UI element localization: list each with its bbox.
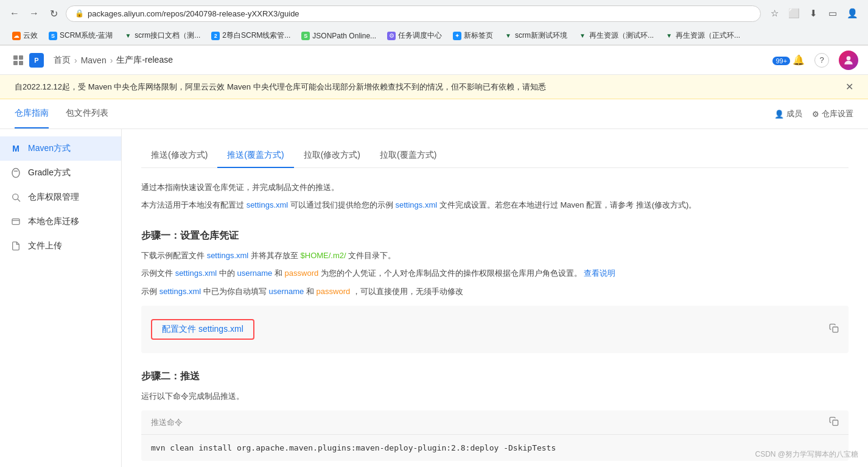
svg-rect-11 — [833, 327, 838, 332]
resource-test-icon: ▼ — [578, 32, 587, 40]
refresh-button[interactable]: ↻ — [46, 6, 61, 21]
method-text: 本方法适用于本地没有配置过 settings.xml 可以通过我们提供给您的示例… — [141, 198, 849, 212]
notification-count: 99+ — [772, 57, 790, 65]
config-file-section: 配置文件 settings.xml — [141, 306, 849, 353]
sidebar-item-permissions[interactable]: 仓库权限管理 — [0, 185, 121, 209]
grid-icon — [10, 52, 27, 69]
forward-button[interactable]: → — [27, 6, 41, 21]
sidebar-item-file-upload[interactable]: 文件上传 — [0, 234, 121, 258]
window-button[interactable]: ▭ — [824, 5, 841, 22]
content-area: 推送(修改方式) 推送(覆盖方式) 拉取(修改方式) 拉取(覆盖方式) 通过本指… — [122, 129, 868, 467]
2ern-icon: 2 — [211, 32, 220, 40]
svg-rect-3 — [19, 61, 23, 65]
toolbar-actions: ☆ ⬜ ⬇ ▭ 👤 — [766, 5, 861, 22]
file-upload-icon — [10, 240, 22, 252]
username-label-1: username — [237, 269, 273, 278]
back-button[interactable]: ← — [7, 6, 22, 21]
command-text: mvn clean install org.apache.maven.plugi… — [141, 435, 849, 461]
settings-xml-link-3[interactable]: settings.xml — [175, 269, 217, 278]
repo-name: 生产库-release — [116, 55, 173, 66]
step2-title: 步骤二：推送 — [141, 370, 849, 383]
view-description-link[interactable]: 查看说明 — [584, 269, 615, 278]
screenshot-button[interactable]: ⬜ — [785, 5, 802, 22]
tab-push-cover[interactable]: 推送(覆盖方式) — [217, 144, 293, 168]
help-button[interactable]: ? — [814, 53, 829, 68]
svg-point-5 — [12, 169, 19, 178]
profile-button[interactable]: 👤 — [844, 5, 861, 22]
step1-section: 步骤一：设置仓库凭证 下载示例配置文件 settings.xml 并将其存放至 … — [141, 230, 849, 353]
notification-text: 自2022.12.12起，受 Maven 中央仓库网络限制，阿里云云效 Mave… — [15, 82, 546, 93]
tab-pull-modify[interactable]: 拉取(修改方式) — [294, 144, 370, 168]
step1-desc3: 示例 settings.xml 中已为你自动填写 username 和 pass… — [141, 284, 849, 298]
bookmark-yunxiao[interactable]: ☁ 云效 — [7, 29, 43, 43]
scrm-blue-icon: S — [49, 32, 57, 40]
bookmark-jsonpath[interactable]: S JSONPath Online... — [296, 30, 381, 42]
sidebar-item-maven[interactable]: M Maven方式 — [0, 136, 121, 161]
svg-rect-0 — [13, 55, 18, 60]
jsonpath-icon: S — [301, 32, 310, 40]
bookmark-2ern[interactable]: 2 2尊白SCRM线索管... — [206, 29, 295, 43]
step1-desc2: 示例文件 settings.xml 中的 username 和 password… — [141, 266, 849, 280]
members-link[interactable]: 👤 成员 — [774, 108, 802, 119]
settings-xml-link-4[interactable]: settings.xml — [159, 287, 201, 296]
nav-packages[interactable]: 包文件列表 — [66, 99, 108, 128]
bookmark-scrm-test[interactable]: ▼ scrm新测试环境 — [499, 29, 572, 43]
bookmark-task[interactable]: ⚙ 任务调度中心 — [382, 29, 447, 43]
config-file-link[interactable]: 配置文件 settings.xml — [162, 324, 243, 334]
breadcrumb-sep-2: › — [110, 55, 113, 65]
content-tabs: 推送(修改方式) 推送(覆盖方式) 拉取(修改方式) 拉取(覆盖方式) — [141, 144, 849, 168]
intro-section: 通过本指南快速设置仓库凭证，并完成制品文件的推送。 本方法适用于本地没有配置过 … — [141, 180, 849, 212]
settings-xml-download-link[interactable]: settings.xml — [207, 251, 249, 260]
app-logo: P — [29, 53, 44, 68]
svg-rect-2 — [13, 61, 18, 65]
lock-icon: 🔒 — [75, 9, 84, 18]
bookmark-scrm-blue[interactable]: S SCRM系统-蓝湖 — [44, 29, 117, 43]
bookmark-button[interactable]: ☆ — [766, 5, 783, 22]
close-banner-button[interactable]: ✕ — [845, 81, 853, 93]
yunxiao-icon: ☁ — [12, 32, 21, 40]
tab-push-modify[interactable]: 推送(修改方式) — [141, 144, 217, 168]
bookmark-resource-test[interactable]: ▼ 再生资源（测试环... — [573, 29, 659, 43]
command-label: 推送命令 — [151, 417, 183, 428]
resource-prod-icon: ▼ — [665, 32, 673, 40]
nav-guide[interactable]: 仓库指南 — [15, 99, 49, 128]
browser-toolbar: ← → ↻ 🔒 packages.aliyun.com/repos/204079… — [0, 0, 868, 27]
command-header: 推送命令 — [141, 410, 849, 435]
settings-icon: ⚙ — [812, 110, 819, 119]
maven-link[interactable]: Maven — [81, 55, 107, 65]
step2-desc: 运行以下命令完成制品推送。 — [141, 389, 849, 403]
tab-pull-cover[interactable]: 拉取(覆盖方式) — [370, 144, 446, 168]
permissions-icon — [10, 191, 22, 203]
bookmark-scrm-api[interactable]: ▼ scrm接口文档（测... — [119, 29, 205, 43]
bookmark-new-tab[interactable]: ✦ 新标签页 — [448, 29, 498, 43]
page-nav: 仓库指南 包文件列表 👤 成员 ⚙ 仓库设置 — [0, 99, 868, 129]
copy-command-icon[interactable] — [829, 416, 839, 428]
new-tab-icon: ✦ — [453, 32, 461, 40]
scrm-api-icon: ▼ — [124, 32, 132, 40]
command-section: 推送命令 mvn clean install org.apache.maven.… — [141, 410, 849, 461]
download-button[interactable]: ⬇ — [805, 5, 822, 22]
username-label-2: username — [269, 287, 304, 296]
copy-config-icon[interactable] — [829, 323, 839, 335]
main-layout: M Maven方式 Gradle方式 仓库权限管理 本地仓库迁移 文件上传 — [0, 129, 868, 467]
address-bar[interactable]: 🔒 packages.aliyun.com/repos/2040798-rele… — [66, 5, 761, 22]
sidebar-item-local-migrate[interactable]: 本地仓库迁移 — [0, 209, 121, 234]
bookmarks-bar: ☁ 云效 S SCRM系统-蓝湖 ▼ scrm接口文档（测... 2 2尊白SC… — [0, 27, 868, 45]
sidebar: M Maven方式 Gradle方式 仓库权限管理 本地仓库迁移 文件上传 — [0, 129, 122, 467]
home-link[interactable]: 首页 — [54, 55, 71, 66]
step2-section: 步骤二：推送 运行以下命令完成制品推送。 推送命令 mvn clean inst… — [141, 370, 849, 461]
members-icon: 👤 — [774, 110, 784, 119]
step1-desc1: 下载示例配置文件 settings.xml 并将其存放至 $HOME/.m2/ … — [141, 248, 849, 262]
page-nav-actions: 👤 成员 ⚙ 仓库设置 — [774, 108, 853, 119]
svg-rect-9 — [12, 219, 19, 224]
notification-badge[interactable]: 99+ 🔔 — [772, 54, 805, 66]
config-file-button[interactable]: 配置文件 settings.xml — [151, 319, 254, 340]
bookmark-resource-prod[interactable]: ▼ 再生资源（正式环... — [660, 29, 745, 43]
avatar[interactable] — [839, 51, 858, 70]
settings-xml-link-1[interactable]: settings.xml — [247, 200, 289, 209]
settings-xml-link-2[interactable]: settings.xml — [396, 200, 438, 209]
breadcrumb-sep-1: › — [74, 55, 77, 65]
password-label-1: password — [285, 269, 319, 278]
sidebar-item-gradle[interactable]: Gradle方式 — [0, 161, 121, 185]
settings-link[interactable]: ⚙ 仓库设置 — [812, 108, 853, 119]
